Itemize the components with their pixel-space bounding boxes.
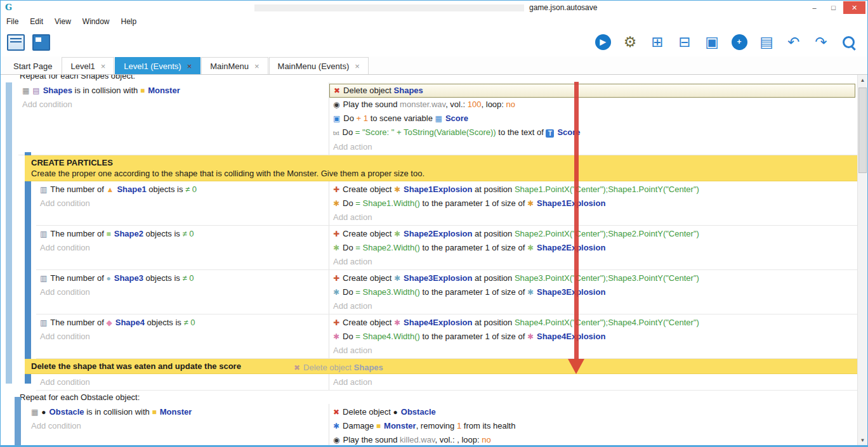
tab-level1-events[interactable]: Level1 (Events)×	[115, 57, 201, 74]
tab-close-icon[interactable]: ×	[101, 62, 106, 71]
action-row[interactable]: ✱Do = Shape4.Width() to the parameter 1 …	[329, 330, 857, 344]
add-condition-slot[interactable]: Add condition	[36, 375, 329, 389]
text-segment: Do	[343, 127, 355, 137]
add-comment-button[interactable]: ▣	[703, 33, 721, 51]
new-project-button[interactable]	[7, 34, 25, 51]
add-condition-slot[interactable]: Add condition	[36, 197, 329, 210]
menu-view[interactable]: View	[49, 17, 77, 26]
drag-ghost-action: ✖Delete object Shapes	[294, 361, 383, 375]
preview-button[interactable]: ▶	[594, 33, 612, 51]
text-segment: objects is	[147, 185, 185, 194]
app-logo-icon: G	[5, 3, 12, 12]
tab-close-icon[interactable]: ×	[254, 62, 260, 71]
add-condition-slot[interactable]: Add condition	[27, 419, 329, 432]
tab-mainmenu-events[interactable]: MainMenu (Events)×	[269, 57, 369, 74]
event-gutter-bar[interactable]	[6, 82, 12, 384]
text-segment: at position	[472, 185, 515, 194]
scroll-thumb[interactable]	[858, 87, 867, 173]
condition-row[interactable]: ▦▤Shapes is in collision with ■Monster	[18, 84, 329, 98]
action-row[interactable]: ◉Play the sound killed.wav, vol.: , loop…	[329, 433, 857, 445]
action-row[interactable]: txtDo = "Score: " + ToString(Variable(Sc…	[329, 126, 857, 140]
tab-start-page[interactable]: Start Page	[4, 57, 61, 74]
add-action-slot[interactable]: Add action	[329, 344, 857, 357]
add-circle-button[interactable]: +	[730, 33, 748, 51]
comment-block[interactable]: Delete the shape that was eaten and upda…	[25, 359, 857, 374]
action-row[interactable]: ✚Create object ✱Shape3Explosion at posit…	[329, 271, 857, 285]
text-segment: Create object	[343, 273, 394, 283]
actions-column: ✖Delete object ●Obstacle✱Damage ■Monster…	[329, 404, 857, 445]
condition-row[interactable]: ▥The number of ■Shape2 objects is ≠ 0	[36, 227, 329, 241]
action-row[interactable]: ✱Do = Shape1.Width() to the parameter 1 …	[329, 197, 857, 211]
menu-window[interactable]: Window	[77, 17, 115, 26]
add-action-slot[interactable]: Add action	[329, 375, 857, 389]
explosion4-icon: ✱	[527, 330, 534, 344]
comment-block[interactable]: CREATE PARTICLESCreate the proper one ac…	[25, 155, 857, 181]
search-button[interactable]	[839, 33, 857, 51]
action-row[interactable]: ▣Do + 1 to scene variable ▦Score	[329, 112, 857, 126]
action-row[interactable]: ✱Do = Shape3.Width() to the parameter 1 …	[329, 285, 857, 299]
tab-level1[interactable]: Level1×	[62, 57, 114, 74]
action-row[interactable]: ✖Delete object ●Obstacle	[329, 405, 857, 419]
add-action-slot[interactable]: Add action	[329, 299, 857, 313]
redo-button[interactable]: ↷	[812, 33, 830, 51]
add-subevent-button[interactable]: ⊟	[676, 33, 694, 51]
action-row[interactable]: ✚Create object ✱Shape2Explosion at posit…	[329, 227, 857, 241]
redo-icon: ↷	[815, 35, 827, 49]
action-row[interactable]: ◉Play the sound monster.wav, vol.: 100, …	[329, 98, 857, 112]
text-segment: Monster	[148, 86, 180, 95]
condition-row[interactable]: ▥The number of ◆Shape4 objects is ≠ 0	[36, 316, 329, 330]
action-row[interactable]: ✚Create object ✱Shape4Explosion at posit…	[329, 316, 857, 330]
scroll-up-icon[interactable]: ▲	[858, 75, 867, 85]
condition-row[interactable]: ▦●Obstacle is in collision with ■Monster	[27, 405, 329, 419]
event-block: ▥The number of ▲Shape1 objects is ≠ 0Add…	[36, 181, 857, 226]
action-row[interactable]: ✱Do = Shape2.Width() to the parameter 1 …	[329, 241, 857, 255]
sound-icon: ◉	[333, 98, 339, 112]
text-segment: Shape1Explosion	[537, 198, 605, 208]
action-row[interactable]: ✖Delete object Shapes	[329, 84, 855, 98]
condition-row[interactable]: ▥The number of ●Shape3 objects is ≠ 0	[36, 271, 329, 285]
add-condition-slot[interactable]: Add condition	[36, 330, 329, 343]
condition-row[interactable]: ▥The number of ▲Shape1 objects is ≠ 0	[36, 183, 329, 197]
maximize-button[interactable]: □	[824, 1, 843, 14]
tab-close-icon[interactable]: ×	[355, 62, 360, 71]
vertical-scrollbar[interactable]: ▲ ▼	[857, 75, 867, 445]
text-segment: Shape2Explosion	[404, 229, 472, 238]
add-condition-slot[interactable]: Add condition	[36, 285, 329, 299]
menu-help[interactable]: Help	[115, 17, 143, 26]
new-project-icon	[7, 34, 25, 51]
repeat-event-header[interactable]: Repeat for each Obstacle object:	[18, 391, 857, 404]
event-gutter-bar[interactable]	[25, 152, 31, 384]
window-controls: – □ ✕	[805, 1, 865, 14]
text-segment: , loop:	[482, 100, 506, 109]
menu-edit[interactable]: Edit	[24, 17, 49, 26]
add-action-slot[interactable]: Add action	[329, 255, 857, 268]
action-row[interactable]: ✚Create object ✱Shape1Explosion at posit…	[329, 183, 857, 197]
text-segment: Obstacle	[49, 407, 84, 417]
event-block: ▦▤Shapes is in collision with ■MonsterAd…	[18, 82, 857, 155]
add-condition-slot[interactable]: Add condition	[36, 241, 329, 254]
minimize-button[interactable]: –	[805, 1, 824, 14]
text-segment: Shape1	[117, 185, 146, 194]
tab-bar: Start PageLevel1×Level1 (Events)×MainMen…	[1, 56, 867, 75]
tab-close-icon[interactable]: ×	[187, 62, 192, 71]
tab-mainmenu[interactable]: MainMenu×	[201, 57, 268, 74]
menu-file[interactable]: File	[1, 17, 24, 26]
add-action-slot[interactable]: Add action	[329, 140, 857, 153]
text-segment: , vol.: , loop:	[435, 435, 482, 444]
debugger-button[interactable]: ⚙	[621, 33, 639, 51]
undo-button[interactable]: ↶	[785, 33, 803, 51]
window-minus-icon: ⊟	[678, 35, 690, 49]
text-segment: Do	[343, 198, 355, 208]
open-project-button[interactable]	[32, 34, 50, 51]
titlebar: G game.json.autosave – □ ✕	[1, 1, 867, 15]
close-button[interactable]: ✕	[843, 1, 865, 14]
event-gutter-bar[interactable]	[15, 397, 21, 445]
collision-icon: ▦	[31, 406, 38, 419]
action-row[interactable]: ✱Damage ■Monster, removing 1 from its he…	[329, 419, 857, 433]
toggle-panel-button[interactable]: ▤	[758, 33, 775, 51]
explosion2-icon: ✱	[527, 242, 534, 255]
add-condition-slot[interactable]: Add condition	[18, 98, 329, 111]
scroll-down-icon[interactable]: ▼	[858, 435, 867, 445]
add-action-slot[interactable]: Add action	[329, 211, 857, 224]
add-event-button[interactable]: ⊞	[648, 33, 666, 51]
